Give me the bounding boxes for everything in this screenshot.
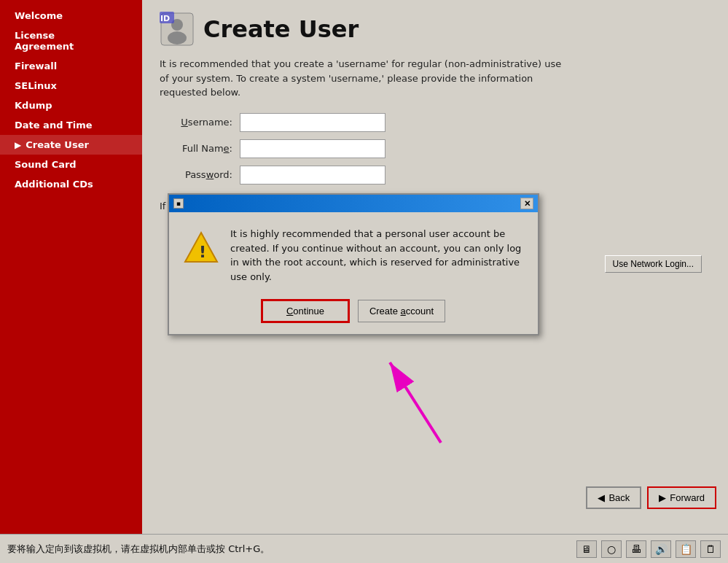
dialog-title-left: ▪ [173,198,184,209]
create-account-button[interactable]: Create account [358,300,445,322]
dialog-titlebar: ▪ ✕ [169,195,538,212]
warning-dialog: ▪ ✕ ! It is highly recommended that a pe… [168,193,539,335]
dialog-overlay: ▪ ✕ ! It is highly recommended that a pe… [0,0,728,563]
dialog-buttons: Continue Create account [169,295,538,334]
dialog-title-icon: ▪ [173,198,184,209]
title-icon-symbol: ▪ [176,200,181,207]
dialog-message: It is highly recommended that a personal… [230,227,523,284]
continue-button[interactable]: Continue [262,300,349,322]
svg-text:!: ! [199,243,206,261]
dialog-close-button[interactable]: ✕ [520,198,533,209]
warning-icon: ! [184,230,219,284]
close-icon: ✕ [524,199,531,209]
dialog-body: ! It is highly recommended that a person… [169,212,538,295]
continue-label: Continue [286,306,324,317]
create-account-label: Create account [369,306,434,317]
